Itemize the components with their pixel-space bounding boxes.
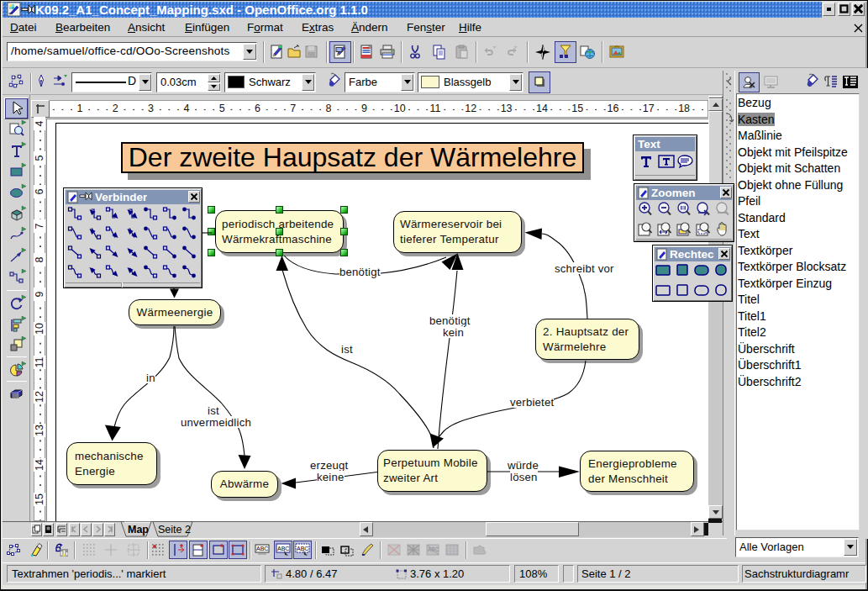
svg-text:ABC: ABC [256, 546, 268, 551]
svg-text:ABC: ABC [277, 546, 289, 551]
svg-text:ABC: ABC [297, 546, 308, 551]
